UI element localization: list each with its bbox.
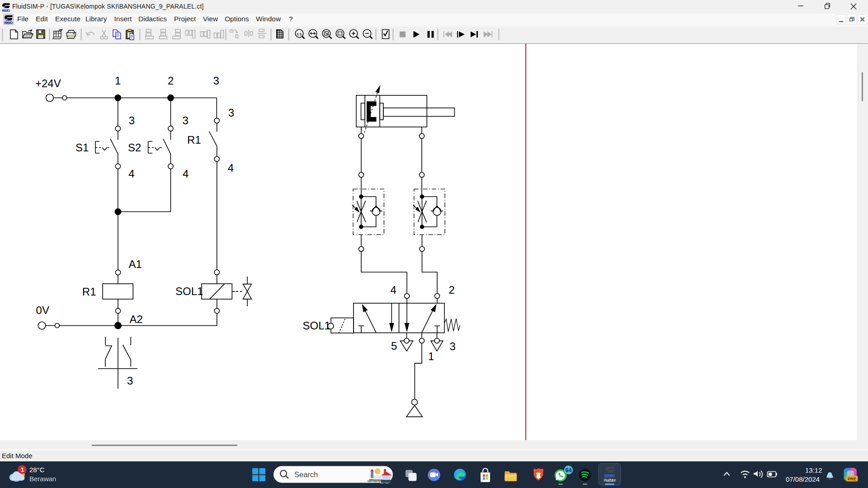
svg-text:1: 1	[21, 466, 24, 473]
svg-text:Execute: Execute	[55, 15, 80, 23]
svg-text:?: ?	[289, 15, 293, 23]
svg-text:94: 94	[566, 467, 572, 474]
svg-text:Berawan: Berawan	[29, 475, 56, 483]
svg-text:13:12: 13:12	[805, 466, 822, 474]
svg-text:FluidSIM: FluidSIM	[604, 478, 616, 483]
svg-text:Didactics: Didactics	[138, 15, 167, 23]
svg-text:1:1: 1:1	[297, 32, 302, 36]
svg-text:File: File	[17, 15, 28, 23]
svg-text:Options: Options	[225, 15, 249, 23]
svg-text:View: View	[203, 15, 218, 23]
svg-text:Edit: Edit	[36, 15, 48, 23]
svg-text:Window: Window	[256, 15, 281, 23]
svg-text:28°C: 28°C	[29, 466, 45, 474]
svg-text:Project: Project	[174, 15, 196, 23]
svg-text:Insert: Insert	[114, 15, 132, 23]
svg-text:Library: Library	[85, 15, 107, 23]
svg-text:Search: Search	[294, 470, 318, 479]
svg-text:FESTO: FESTO	[604, 473, 615, 478]
svg-text:07/08/2024: 07/08/2024	[786, 475, 820, 483]
svg-text:PRE: PRE	[848, 477, 856, 481]
